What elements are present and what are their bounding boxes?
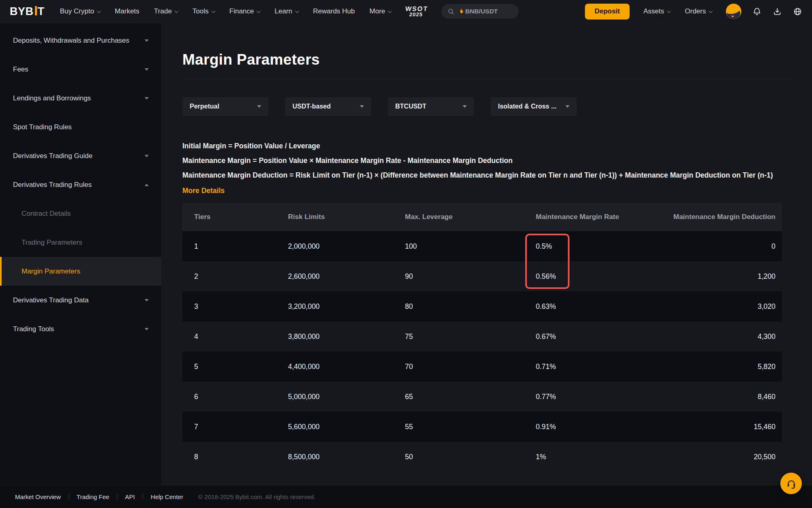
- chevron-down-icon: [667, 9, 671, 13]
- cell-risk-limit: 3,200,000: [288, 302, 405, 311]
- chevron-down-icon: [145, 155, 149, 157]
- nav-trade[interactable]: Trade: [154, 7, 178, 15]
- deposit-button[interactable]: Deposit: [585, 4, 630, 20]
- cell-max-leverage: 75: [405, 332, 536, 341]
- logo-text-left: BYB: [10, 5, 34, 18]
- cell-mm-rate: 0.56%: [536, 272, 672, 281]
- footer-link-trading-fee[interactable]: Trading Fee: [77, 493, 109, 500]
- wsot-2025-logo[interactable]: WSOT 2025: [405, 6, 429, 17]
- cell-max-leverage: 65: [405, 393, 536, 401]
- contract-type-select[interactable]: Perpetual: [182, 97, 269, 116]
- support-chat-button[interactable]: [780, 473, 802, 494]
- sidebar-item-contract-details[interactable]: Contract Details: [0, 199, 161, 228]
- filter-row: Perpetual USDT-based BTCUSDT Isolated & …: [182, 97, 791, 116]
- cell-mm-deduction: 1,200: [672, 272, 775, 281]
- header-icons: [726, 4, 802, 19]
- symbol-select[interactable]: BTCUSDT: [388, 97, 474, 116]
- footer-separator: [117, 494, 117, 499]
- language-globe-icon[interactable]: [793, 7, 802, 16]
- account-nav: Assets Orders: [643, 7, 712, 15]
- notifications-bell-icon[interactable]: [752, 7, 762, 16]
- cell-tier: 1: [194, 242, 288, 251]
- chevron-down-icon: [257, 9, 261, 13]
- copyright-text: © 2018-2025 Bybit.com. All rights reserv…: [198, 493, 316, 500]
- table-row: 4 3,800,000 75 0.67% 4,300: [182, 321, 782, 352]
- bybit-logo[interactable]: BYBT: [10, 5, 45, 18]
- top-navigation-bar: BYBT Buy Crypto Markets Trade Tools Fina…: [0, 0, 812, 23]
- cell-tier: 7: [194, 423, 288, 431]
- cell-risk-limit: 2,000,000: [288, 242, 405, 251]
- title-divider: [182, 79, 791, 79]
- margin-mode-select[interactable]: Isolated & Cross ...: [491, 97, 577, 116]
- settlement-select[interactable]: USDT-based: [285, 97, 371, 116]
- sidebar-item-margin-parameters[interactable]: Margin Parameters: [0, 257, 161, 286]
- sidebar-item-deposits-withdrawals[interactable]: Deposits, Withdrawals and Purchases: [0, 26, 161, 55]
- sidebar-item-derivatives-trading-data[interactable]: Derivatives Trading Data: [0, 286, 161, 315]
- more-details-link[interactable]: More Details: [182, 183, 225, 198]
- col-header-mm-rate: Maintenance Margin Rate: [536, 213, 672, 221]
- docs-sidebar: Deposits, Withdrawals and Purchases Fees…: [0, 23, 161, 485]
- logo-orange-bar: [35, 6, 37, 15]
- nav-orders[interactable]: Orders: [685, 7, 712, 15]
- nav-markets[interactable]: Markets: [115, 7, 139, 15]
- formula-block: Initial Margin = Position Value / Levera…: [182, 139, 791, 198]
- nav-assets[interactable]: Assets: [643, 7, 670, 15]
- cell-max-leverage: 50: [405, 453, 536, 461]
- formula-maintenance-margin: Maintenance Margin = Position Value × Ma…: [182, 153, 791, 168]
- chevron-down-icon: [145, 97, 149, 100]
- cell-max-leverage: 55: [405, 423, 536, 431]
- nav-tools[interactable]: Tools: [193, 7, 215, 15]
- formula-initial-margin: Initial Margin = Position Value / Levera…: [182, 139, 791, 153]
- headset-icon: [786, 478, 797, 489]
- cell-risk-limit: 2,600,000: [288, 272, 405, 281]
- table-row: 8 8,500,000 50 1% 20,500: [182, 442, 782, 472]
- margin-tiers-table: Tiers Risk Limits Max. Leverage Maintena…: [182, 203, 782, 472]
- chevron-down-icon: [97, 9, 101, 13]
- search-input[interactable]: BNB/USDT: [442, 4, 519, 19]
- cell-mm-rate: 0.63%: [536, 302, 672, 311]
- footer-link-api[interactable]: API: [125, 493, 135, 500]
- cell-max-leverage: 70: [405, 363, 536, 371]
- cell-tier: 6: [194, 393, 288, 401]
- cell-mm-rate: 0.67%: [536, 332, 672, 341]
- page-title: Margin Parameters: [182, 51, 791, 69]
- sidebar-item-lendings-borrowings[interactable]: Lendings and Borrowings: [0, 84, 161, 113]
- cell-risk-limit: 8,500,000: [288, 453, 405, 461]
- cell-mm-rate: 0.71%: [536, 363, 672, 371]
- cell-tier: 3: [194, 302, 288, 311]
- sidebar-item-fees[interactable]: Fees: [0, 55, 161, 84]
- cell-mm-rate: 0.5%: [536, 242, 672, 251]
- chevron-down-icon: [145, 328, 149, 330]
- nav-finance[interactable]: Finance: [230, 7, 260, 15]
- nav-learn[interactable]: Learn: [275, 7, 298, 15]
- cell-mm-deduction: 8,460: [672, 393, 775, 401]
- table-row: 3 3,200,000 80 0.63% 3,020: [182, 291, 782, 321]
- cell-tier: 4: [194, 332, 288, 341]
- cell-tier: 5: [194, 363, 288, 371]
- cell-risk-limit: 4,400,000: [288, 363, 405, 371]
- sidebar-item-trading-parameters[interactable]: Trading Parameters: [0, 228, 161, 257]
- col-header-tiers: Tiers: [194, 213, 288, 221]
- sidebar-item-trading-tools[interactable]: Trading Tools: [0, 315, 161, 343]
- cell-mm-deduction: 0: [672, 242, 775, 251]
- avatar[interactable]: [726, 4, 741, 19]
- nav-more[interactable]: More: [370, 7, 392, 15]
- col-header-risk-limits: Risk Limits: [288, 213, 405, 221]
- col-header-mm-deduction: Maintenance Margin Deduction: [672, 213, 775, 221]
- cell-mm-rate: 1%: [536, 453, 672, 461]
- footer-link-help-center[interactable]: Help Center: [151, 493, 183, 500]
- footer-link-market-overview[interactable]: Market Overview: [15, 493, 61, 500]
- nav-rewards-hub[interactable]: Rewards Hub: [313, 7, 355, 15]
- sidebar-item-spot-trading-rules[interactable]: Spot Trading Rules: [0, 113, 161, 141]
- chevron-down-icon: [565, 105, 569, 108]
- nav-buy-crypto[interactable]: Buy Crypto: [60, 7, 100, 15]
- sidebar-item-derivatives-trading-guide[interactable]: Derivatives Trading Guide: [0, 141, 161, 170]
- search-icon: [447, 8, 455, 15]
- search-hot-pair: BNB/USDT: [458, 8, 498, 15]
- table-header-row: Tiers Risk Limits Max. Leverage Maintena…: [182, 203, 782, 231]
- chevron-down-icon: [211, 9, 215, 13]
- table-row: 6 5,000,000 65 0.77% 8,460: [182, 382, 782, 412]
- chevron-down-icon: [295, 9, 299, 13]
- sidebar-item-derivatives-trading-rules[interactable]: Derivatives Trading Rules: [0, 170, 161, 199]
- download-app-icon[interactable]: [773, 7, 782, 16]
